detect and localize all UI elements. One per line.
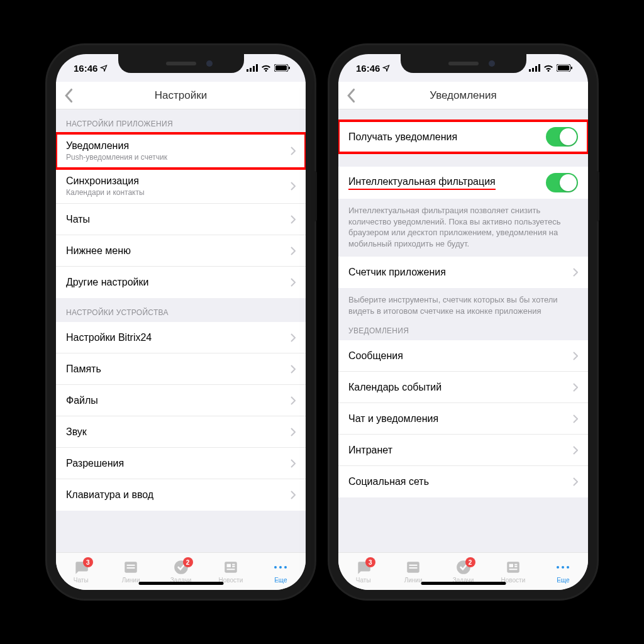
tab-label: Чаты bbox=[74, 577, 89, 584]
svg-rect-21 bbox=[558, 65, 569, 70]
list-filter: Интеллектуальная фильтрация bbox=[338, 167, 588, 199]
wifi-icon bbox=[543, 64, 553, 72]
tab-more[interactable]: Еще bbox=[538, 553, 588, 590]
list-counter: Счетчик приложения bbox=[338, 257, 588, 288]
chevron-right-icon bbox=[291, 365, 296, 374]
row-title: Получать уведомления bbox=[348, 131, 546, 143]
row-title: Другие настройки bbox=[66, 276, 291, 289]
row-calendar[interactable]: Календарь событий bbox=[338, 372, 588, 403]
tab-label: Линии bbox=[122, 577, 140, 584]
row-subtitle: Push-уведомления и счетчик bbox=[66, 153, 291, 162]
navbar: Уведомления bbox=[338, 82, 588, 109]
row-title: Уведомления bbox=[66, 140, 291, 152]
tab-label: Чаты bbox=[356, 577, 371, 584]
row-files[interactable]: Файлы bbox=[56, 385, 306, 416]
lines-icon bbox=[123, 559, 139, 575]
chevron-right-icon bbox=[291, 182, 296, 191]
svg-rect-12 bbox=[226, 564, 231, 567]
chevron-right-icon bbox=[573, 352, 578, 360]
notch bbox=[118, 54, 244, 73]
section-header-device: НАСТРОЙКИ УСТРОЙСТВА bbox=[56, 298, 306, 322]
row-title: Сообщения bbox=[348, 350, 573, 362]
chevron-right-icon bbox=[573, 268, 578, 277]
home-indicator[interactable] bbox=[138, 582, 223, 585]
screen: 16:46 Уведомления Получать уведомления bbox=[338, 54, 588, 590]
svg-rect-31 bbox=[509, 569, 517, 570]
navbar: Настройки bbox=[56, 82, 306, 109]
home-indicator[interactable] bbox=[421, 582, 506, 585]
row-title: Нижнее меню bbox=[66, 245, 291, 257]
content[interactable]: НАСТРОЙКИ ПРИЛОЖЕНИЯ УведомленияPush-уве… bbox=[56, 109, 306, 552]
phone-left: 16:46 Настройки НАСТРОЙКИ ПРИЛОЖЕНИЯ Уве… bbox=[47, 45, 314, 599]
row-sync[interactable]: СинхронизацияКалендари и контакты bbox=[56, 169, 306, 204]
chevron-right-icon bbox=[573, 414, 578, 423]
tab-label: Еще bbox=[557, 577, 569, 584]
screen: 16:46 Настройки НАСТРОЙКИ ПРИЛОЖЕНИЯ Уве… bbox=[56, 54, 306, 590]
row-permissions[interactable]: Разрешения bbox=[56, 448, 306, 479]
row-title: Настройки Bitrix24 bbox=[66, 331, 291, 344]
page-title: Уведомления bbox=[430, 89, 496, 102]
tab-label: Еще bbox=[274, 577, 287, 584]
badge: 2 bbox=[465, 557, 475, 567]
notch bbox=[401, 54, 526, 73]
badge: 2 bbox=[183, 557, 193, 567]
chevron-right-icon bbox=[573, 477, 578, 486]
row-social[interactable]: Социальная сеть bbox=[338, 466, 588, 497]
filter-note: Интеллектуальная фильтрация позволяет сн… bbox=[338, 199, 588, 257]
row-chat-notif[interactable]: Чат и уведомления bbox=[338, 403, 588, 435]
chevron-right-icon bbox=[291, 459, 296, 468]
svg-rect-16 bbox=[529, 69, 531, 72]
location-icon bbox=[382, 64, 390, 72]
back-button[interactable] bbox=[64, 88, 75, 103]
row-memory[interactable]: Память bbox=[56, 353, 306, 385]
chevron-right-icon bbox=[291, 278, 296, 287]
cellular-icon bbox=[247, 64, 258, 72]
row-keyboard[interactable]: Клавиатура и ввод bbox=[56, 479, 306, 511]
status-time: 16:46 bbox=[356, 63, 380, 74]
toggle-filter[interactable] bbox=[546, 173, 578, 192]
wifi-icon bbox=[261, 64, 271, 72]
row-notifications[interactable]: УведомленияPush-уведомления и счетчик bbox=[56, 133, 306, 169]
chevron-right-icon bbox=[573, 383, 578, 392]
svg-rect-8 bbox=[127, 565, 135, 566]
svg-rect-5 bbox=[275, 65, 287, 70]
tab-label: Линии bbox=[404, 577, 423, 584]
svg-rect-24 bbox=[409, 565, 418, 566]
tab-chats[interactable]: 3Чаты bbox=[338, 553, 388, 590]
chevron-right-icon bbox=[291, 333, 296, 342]
row-app-counter[interactable]: Счетчик приложения bbox=[338, 257, 588, 288]
svg-rect-18 bbox=[535, 66, 537, 72]
section-header-app: НАСТРОЙКИ ПРИЛОЖЕНИЯ bbox=[56, 109, 306, 133]
cellular-icon bbox=[529, 64, 540, 72]
section-header-notif: УВЕДОМЛЕНИЯ bbox=[338, 324, 588, 340]
tab-chats[interactable]: 3Чаты bbox=[56, 553, 106, 590]
row-chats[interactable]: Чаты bbox=[56, 204, 306, 235]
row-receive-notifications[interactable]: Получать уведомления bbox=[338, 121, 588, 153]
list-app-settings: УведомленияPush-уведомления и счетчик Си… bbox=[56, 133, 306, 298]
row-bottom-menu[interactable]: Нижнее меню bbox=[56, 235, 306, 267]
row-smart-filter[interactable]: Интеллектуальная фильтрация bbox=[338, 167, 588, 199]
list-receive: Получать уведомления bbox=[338, 121, 588, 153]
status-time: 16:46 bbox=[74, 63, 97, 74]
row-bitrix24[interactable]: Настройки Bitrix24 bbox=[56, 322, 306, 353]
row-title: Чаты bbox=[66, 213, 291, 226]
row-intranet[interactable]: Интранет bbox=[338, 435, 588, 466]
svg-rect-1 bbox=[250, 68, 252, 72]
back-button[interactable] bbox=[346, 88, 357, 103]
content[interactable]: Получать уведомления Интеллектуальная фи… bbox=[338, 109, 588, 552]
toggle-receive[interactable] bbox=[546, 127, 578, 147]
tab-more[interactable]: Еще bbox=[256, 553, 306, 590]
svg-rect-29 bbox=[514, 564, 517, 565]
svg-rect-25 bbox=[409, 567, 418, 569]
row-messages[interactable]: Сообщения bbox=[338, 340, 588, 372]
row-other[interactable]: Другие настройки bbox=[56, 267, 306, 298]
row-sound[interactable]: Звук bbox=[56, 416, 306, 448]
svg-rect-19 bbox=[538, 64, 540, 72]
chevron-right-icon bbox=[291, 396, 296, 405]
chevron-right-icon bbox=[291, 147, 296, 155]
row-title: Синхронизация bbox=[66, 175, 291, 187]
svg-rect-14 bbox=[232, 566, 235, 567]
row-title: Разрешения bbox=[66, 457, 291, 470]
list-notif-types: Сообщения Календарь событий Чат и уведом… bbox=[338, 340, 588, 497]
svg-rect-28 bbox=[509, 564, 513, 567]
